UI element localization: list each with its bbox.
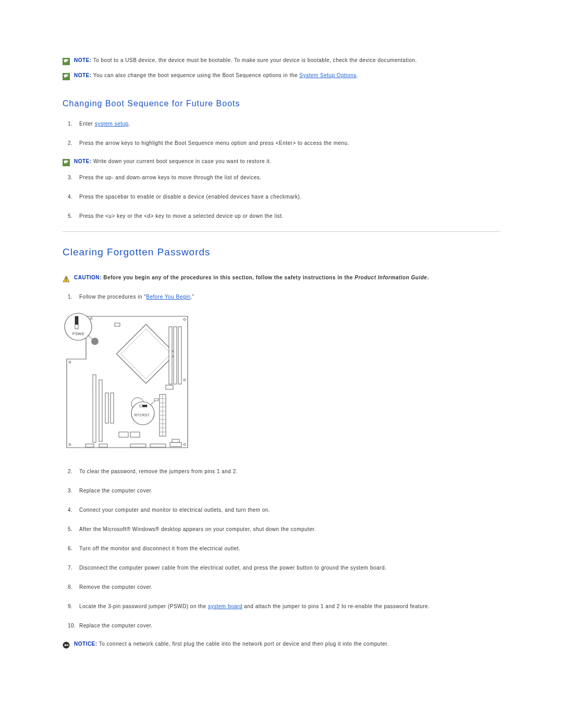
svg-rect-29 (111, 393, 114, 423)
list-item: Disconnect the computer power cable from… (68, 564, 500, 572)
list-item: Press the <u> key or the <d> key to move… (68, 212, 500, 220)
list-item: Press the up- and down-arrow keys to mov… (68, 174, 500, 181)
system-setup-link[interactable]: system setup (95, 121, 129, 127)
note-icon (63, 159, 70, 166)
note-label: NOTE: (74, 158, 92, 164)
note-icon (63, 73, 70, 80)
section-divider (63, 231, 500, 232)
list-item: To clear the password, remove the jumper… (68, 467, 500, 475)
caution-text: CAUTION: Before you begin any of the pro… (74, 275, 429, 280)
svg-rect-54 (172, 439, 179, 442)
svg-rect-8 (75, 316, 78, 320)
caution-row: CAUTION: Before you begin any of the pro… (63, 275, 500, 282)
svg-rect-5 (66, 280, 66, 281)
caution-icon (63, 275, 70, 282)
list-item: Follow the procedures in "Before You Beg… (68, 293, 500, 301)
note-icon (63, 58, 70, 65)
heading-clearing-passwords: Clearing Forgotten Passwords (63, 246, 500, 258)
note-label: NOTE: (74, 57, 92, 63)
list-item: Locate the 3-pin password jumper (PSWD) … (68, 602, 500, 610)
list-item: Replace the computer cover. (68, 487, 500, 495)
note-row-2: NOTE: You can also change the boot seque… (63, 72, 500, 80)
note-text-1: NOTE: To boot to a USB device, the devic… (74, 57, 417, 63)
svg-rect-23 (174, 327, 177, 384)
svg-rect-52 (150, 444, 166, 447)
list-item: Remove the computer cover. (68, 583, 500, 591)
notice-icon (63, 641, 70, 649)
svg-rect-49 (85, 444, 94, 447)
svg-rect-53 (170, 442, 181, 447)
svg-rect-44 (142, 405, 147, 407)
note-label: NOTE: (74, 72, 92, 78)
notice-text: NOTICE: To connect a network cable, firs… (74, 641, 389, 647)
svg-rect-28 (105, 393, 108, 423)
list-item: Turn off the monitor and disconnect it f… (68, 545, 500, 552)
notice-label: NOTICE: (74, 641, 97, 647)
note-text-2: NOTE: You can also change the boot seque… (74, 72, 358, 78)
svg-rect-4 (66, 278, 66, 280)
system-setup-options-link[interactable]: System Setup Options (299, 72, 357, 78)
list-item: Connect your computer and monitor to ele… (68, 506, 500, 514)
list-item: Press the spacebar to enable or disable … (68, 193, 500, 201)
note-row-3: NOTE: Write down your current boot seque… (63, 158, 500, 166)
system-board-link[interactable]: system board (208, 603, 242, 609)
notice-row: NOTICE: To connect a network cable, firs… (63, 641, 500, 649)
list-item: Replace the computer cover. (68, 622, 500, 630)
svg-rect-9 (75, 320, 78, 325)
caution-label: CAUTION: (74, 275, 103, 280)
svg-rect-51 (130, 444, 146, 447)
clear-password-list-2: To clear the password, remove the jumper… (68, 467, 500, 630)
svg-rect-50 (99, 444, 107, 447)
rtcrst-label: RTCRST (134, 413, 150, 417)
svg-rect-24 (178, 327, 181, 384)
pswd-label: PSWD (72, 332, 84, 336)
subheading-changing-boot: Changing Boot Sequence for Future Boots (63, 99, 500, 108)
svg-rect-26 (93, 375, 96, 442)
list-item: After the Microsoft® Windows® desktop ap… (68, 525, 500, 533)
svg-rect-27 (99, 380, 102, 441)
svg-point-11 (91, 338, 99, 345)
note-text-3: NOTE: Write down your current boot seque… (74, 158, 272, 164)
boot-sequence-list-top: Enter system setup. Press the arrow keys… (68, 120, 500, 147)
system-board-diagram: PSWD RTCRST (63, 312, 192, 452)
boot-sequence-list-bottom: Press the up- and down-arrow keys to mov… (68, 174, 500, 220)
note-row-1: NOTE: To boot to a USB device, the devic… (63, 57, 500, 65)
before-you-begin-link[interactable]: Before You Begin (146, 294, 190, 300)
svg-rect-22 (169, 327, 172, 384)
list-item: Enter system setup. (68, 120, 500, 128)
svg-rect-56 (67, 645, 69, 646)
list-item: Press the arrow keys to highlight the Bo… (68, 139, 500, 147)
clear-password-list-1: Follow the procedures in "Before You Beg… (68, 293, 500, 301)
